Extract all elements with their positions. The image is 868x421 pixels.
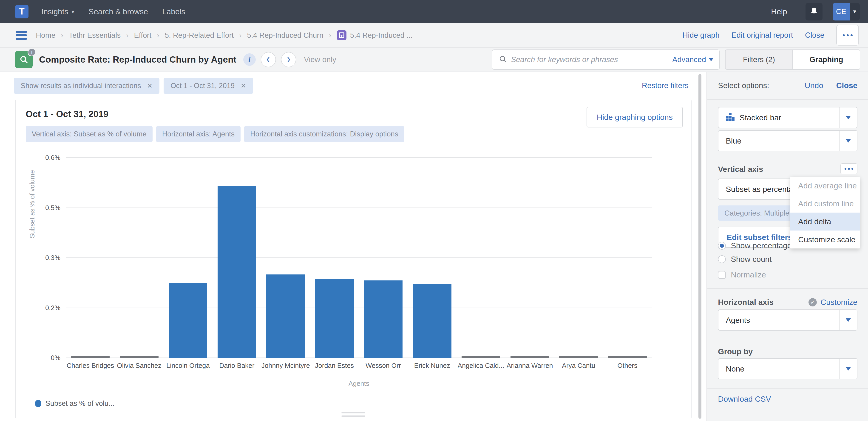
- graphing-chip[interactable]: Horizontal axis customizations: Display …: [244, 126, 404, 142]
- filter-chips: Show results as individual interactions✕…: [14, 78, 253, 94]
- radio-icon: [718, 255, 726, 263]
- checkbox-icon: [718, 271, 726, 279]
- gridline: [66, 207, 652, 208]
- tethr-logo-icon[interactable]: T: [15, 5, 29, 19]
- normalize-checkbox[interactable]: Normalize: [718, 270, 858, 279]
- breadcrumb-item[interactable]: Effort: [134, 31, 151, 39]
- info-icon[interactable]: i: [243, 53, 256, 66]
- close-icon[interactable]: ✕: [241, 82, 246, 90]
- chevron-right-icon: [286, 56, 291, 63]
- show-count-radio[interactable]: Show count: [718, 255, 858, 264]
- vertical-axis-menu-button[interactable]: [840, 163, 858, 174]
- chevron-down-icon[interactable]: [839, 107, 857, 128]
- sidebar-header: Select options: Undo Close: [718, 81, 858, 90]
- legend-label[interactable]: Subset as % of volu...: [45, 399, 115, 408]
- previous-report-button[interactable]: [261, 52, 276, 67]
- next-report-button[interactable]: [281, 52, 296, 67]
- chevron-separator-icon: ›: [329, 31, 331, 39]
- radio-selected-icon: [718, 242, 726, 250]
- edit-original-report-link[interactable]: Edit original report: [732, 31, 793, 39]
- panel-tabs: Filters (2) Graphing: [725, 50, 860, 70]
- graphing-chip[interactable]: Horizontal axis: Agents: [156, 126, 241, 142]
- filter-chip-label: Oct 1 - Oct 31, 2019: [170, 82, 235, 90]
- bar-jordan-estes[interactable]: [315, 279, 354, 358]
- account-menu[interactable]: CE ▼: [833, 3, 860, 21]
- bar-erick-nunez[interactable]: [413, 284, 452, 358]
- nav-item-labels[interactable]: Labels: [162, 7, 185, 16]
- breadcrumb-bar: Home›Tethr Essentials›Effort›5. Rep-Rela…: [0, 23, 868, 48]
- breadcrumb-item[interactable]: Tethr Essentials: [69, 31, 121, 39]
- bar-arya-cantu[interactable]: [559, 356, 598, 358]
- chevron-separator-icon: ›: [157, 31, 159, 39]
- close-icon[interactable]: ✕: [147, 82, 153, 90]
- menu-item-add-average-line: Add average line: [790, 177, 860, 195]
- tab-filters[interactable]: Filters (2): [725, 50, 793, 69]
- menu-item-customize-scale[interactable]: Customize scale: [790, 230, 860, 249]
- resize-handle-icon[interactable]: [341, 412, 365, 417]
- search-box: Advanced: [492, 50, 720, 70]
- color-scheme-select[interactable]: Blue: [718, 130, 858, 151]
- chart-type-select[interactable]: Stacked bar: [718, 107, 858, 128]
- undo-link[interactable]: Undo: [805, 81, 823, 90]
- chevron-down-icon[interactable]: [839, 359, 857, 379]
- tab-graphing[interactable]: Graphing: [793, 50, 860, 69]
- nav-item-label: Labels: [162, 7, 185, 16]
- chevron-separator-icon: ›: [126, 31, 128, 39]
- hide-graph-link[interactable]: Hide graph: [682, 31, 719, 39]
- divider: [707, 288, 868, 289]
- nav-item-label: Insights: [41, 7, 68, 16]
- group-by-header: Group by: [718, 347, 858, 356]
- close-link[interactable]: Close: [805, 31, 824, 39]
- y-axis-tick-label: 0.2%: [45, 304, 60, 311]
- report-search-icon: T: [15, 51, 33, 68]
- bar-angelica-cald-[interactable]: [462, 356, 500, 358]
- notifications-button[interactable]: [806, 3, 823, 21]
- search-input[interactable]: [511, 55, 672, 64]
- restore-filters-link[interactable]: Restore filters: [642, 81, 688, 90]
- view-only-label: View only: [304, 55, 336, 64]
- advanced-dropdown[interactable]: Advanced: [672, 55, 713, 64]
- breadcrumb-item[interactable]: 5.4 Rep-Induced Churn: [247, 31, 323, 39]
- bar-olivia-sanchez[interactable]: [120, 356, 158, 358]
- breadcrumb-current-label: 5.4 Rep-Induced ...: [350, 31, 413, 39]
- breadcrumb-item[interactable]: Home: [36, 31, 55, 39]
- chart-legend: Subset as % of volu...: [35, 399, 115, 408]
- group-by-select[interactable]: None: [718, 358, 858, 380]
- chevron-down-icon[interactable]: [839, 131, 857, 151]
- hide-graphing-options-button[interactable]: Hide graphing options: [587, 107, 683, 128]
- breadcrumb-item[interactable]: 5. Rep-Related Effort: [165, 31, 234, 39]
- nav-item-insights[interactable]: Insights▾: [41, 7, 74, 16]
- menu-item-add-delta[interactable]: Add delta: [790, 213, 860, 230]
- breadcrumb-current[interactable]: 5.4 Rep-Induced ...: [337, 30, 413, 40]
- gridline: [66, 257, 652, 258]
- vertical-axis-header: Vertical axis: [718, 165, 858, 176]
- bar-arianna-warren[interactable]: [510, 356, 549, 358]
- bar-charles-bridges[interactable]: [71, 356, 110, 358]
- ellipsis-icon: [844, 168, 846, 170]
- menu-icon[interactable]: [16, 31, 27, 40]
- close-panel-link[interactable]: Close: [836, 81, 858, 90]
- x-axis-title: Agents: [66, 380, 652, 387]
- chart-card: Oct 1 - Oct 31, 2019 Hide graphing optio…: [15, 100, 691, 418]
- vertical-axis-heading: Vertical axis: [718, 165, 763, 173]
- scrollbar[interactable]: [699, 74, 702, 419]
- more-options-button[interactable]: [836, 25, 859, 46]
- bar-wesson-orr[interactable]: [364, 280, 403, 358]
- bar-others[interactable]: [608, 356, 647, 358]
- chevron-separator-icon: ›: [239, 31, 242, 39]
- divider: [707, 100, 868, 100]
- graphing-chip[interactable]: Vertical axis: Subset as % of volume: [26, 126, 153, 142]
- download-csv-link[interactable]: Download CSV: [718, 395, 858, 403]
- chevron-down-icon[interactable]: [839, 310, 857, 330]
- chart-title: Oct 1 - Oct 31, 2019: [26, 109, 108, 119]
- help-link[interactable]: Help: [771, 7, 787, 16]
- bar-lincoln-ortega[interactable]: [168, 283, 207, 358]
- bar-johnny-mcintyre[interactable]: [266, 275, 305, 358]
- customize-link[interactable]: Customize: [820, 298, 858, 307]
- bar-dario-baker[interactable]: [218, 186, 256, 358]
- legend-marker-icon: [35, 400, 41, 407]
- nav-item-search-browse[interactable]: Search & browse: [89, 7, 148, 16]
- graphing-option-chips: Vertical axis: Subset as % of volumeHori…: [26, 126, 404, 142]
- bar-chart-plot: 0%0.2%0.3%0.5%0.6%Charles BridgesOlivia …: [66, 158, 652, 358]
- horizontal-axis-select[interactable]: Agents: [718, 309, 858, 331]
